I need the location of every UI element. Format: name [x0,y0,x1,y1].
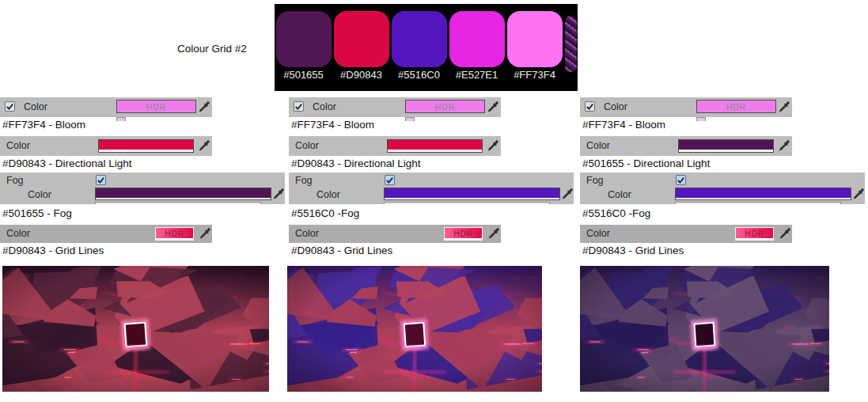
bloom-color-row: Color HDR [289,97,501,117]
directional-caption: #D90843 - Directional Light [2,157,132,169]
eyedropper-icon[interactable] [199,227,211,240]
swatch-hex-label: #FF73F4 [514,70,555,81]
game-screenshot-2 [287,266,542,392]
color-swatch-2 [334,11,389,67]
alpha-bar [388,150,482,152]
fog-caption: #5516C0 -Fog [582,207,650,219]
bloom-color-label: Color [24,101,47,112]
swatch-hex-label: #5516C0 [398,70,440,81]
bloom-color-label: Color [313,101,336,112]
directional-color-label: Color [586,140,610,151]
grid-lines-color-row: Color HDR [580,225,792,243]
fog-enabled-checkbox[interactable] [96,175,106,185]
game-screenshot-3 [580,266,829,392]
bloom-caption: #FF73F4 - Bloom [582,119,665,131]
palette-swatch-cell: #FF73F4 [506,11,563,81]
fog-row: Fog Color [289,173,574,204]
grid-lines-caption: #D90843 - Grid Lines [291,245,392,256]
eyedropper-icon[interactable] [779,227,791,240]
bloom-caption: #FF73F4 - Bloom [2,119,85,131]
bloom-enabled-checkbox[interactable] [585,101,595,112]
hdr-badge: HDR [146,102,167,112]
bloom-color-row: Color HDR [0,97,212,117]
directional-color-label: Color [295,140,319,151]
swatch-hex-label: #501655 [283,70,324,81]
fog-enabled-checkbox[interactable] [385,175,395,185]
bloom-enabled-checkbox[interactable] [294,101,304,112]
alpha-bar [679,150,773,152]
eyedropper-icon[interactable] [853,188,865,200]
palette-title: Colour Grid #2 [177,43,247,55]
bloom-hdr-color-field[interactable]: HDR [405,100,485,113]
grid-lines-color-row: Color HDR [0,225,212,243]
eyedropper-icon[interactable] [487,100,499,113]
alpha-bar [385,198,559,199]
grid-hdr-color-field[interactable]: HDR [444,227,483,241]
eyedropper-icon[interactable] [779,100,790,113]
bloom-caption: #FF73F4 - Bloom [291,119,374,131]
directional-caption: #D90843 - Directional Light [291,157,421,169]
grid-lines-caption: #D90843 - Grid Lines [582,245,684,256]
fog-color-label: Color [316,189,340,200]
grid-hdr-color-field[interactable]: HDR [735,227,774,241]
cropped-field-stub [405,117,415,121]
bloom-color-row: Color HDR [580,97,792,117]
cropped-field-stub [116,117,126,121]
alpha-bar [676,198,851,199]
alpha-bar [156,238,193,240]
directional-color-field[interactable] [678,139,774,153]
hdr-badge: HDR [726,102,747,112]
cropped-field-stub [696,117,706,121]
fog-color-label: Color [608,189,631,200]
fog-caption: #5516C0 -Fog [291,207,359,219]
hdr-badge: HDR [745,229,764,238]
directional-color-field[interactable] [98,139,194,153]
colour-grid-panel: #501655 #D90843 #5516C0 #E527E1 #FF73F4 [275,4,578,91]
grid-color-label: Color [295,228,319,239]
swatch-hex-label: #E527E1 [456,70,498,81]
fog-color-label: Color [28,189,51,200]
fog-color-field[interactable] [384,188,560,200]
eyedropper-icon[interactable] [199,139,210,152]
directional-light-color-row: Color [0,136,212,156]
bloom-hdr-color-field[interactable]: HDR [116,100,196,113]
collage-root: Colour Grid #2 #501655 #D90843 #5516C0 #… [0,0,868,402]
directional-light-color-row: Color [289,136,501,156]
color-swatch-1 [276,11,332,67]
bloom-hdr-color-field[interactable]: HDR [696,100,776,113]
hdr-badge: HDR [435,102,456,112]
eyedropper-icon[interactable] [488,227,500,240]
directional-color-field[interactable] [387,139,483,153]
fog-color-field[interactable] [675,188,851,200]
eyedropper-icon[interactable] [199,100,210,113]
grid-color-label: Color [6,228,30,239]
hdr-badge: HDR [453,229,473,238]
grid-color-label: Color [586,228,610,239]
cropped-field-stub [95,202,261,204]
fog-enabled-checkbox[interactable] [676,175,686,185]
eyedropper-icon[interactable] [487,139,499,152]
eyedropper-icon[interactable] [562,188,574,200]
cropped-field-stub [675,202,841,204]
fog-row: Fog Color [580,173,865,204]
fog-label: Fog [6,175,24,186]
color-swatch-3 [392,11,447,67]
alpha-bar [736,238,773,240]
swatch-hex-label: #D90843 [340,70,382,81]
fog-color-field[interactable] [95,188,271,200]
eyedropper-icon[interactable] [273,188,285,200]
hdr-badge: HDR [165,229,184,238]
directional-light-color-row: Color [580,136,792,156]
bloom-enabled-checkbox[interactable] [5,101,15,112]
grid-lines-caption: #D90843 - Grid Lines [2,245,104,256]
grid-hdr-color-field[interactable]: HDR [155,227,194,241]
eyedropper-icon[interactable] [779,139,790,152]
fog-caption: #501655 - Fog [2,207,72,219]
fog-label: Fog [586,175,604,186]
palette-swatch-cell: #5516C0 [390,11,448,81]
fog-label: Fog [295,175,313,186]
color-swatch-5 [507,11,563,67]
alpha-bar [445,238,482,240]
cropped-image-sliver [565,16,577,72]
palette-swatch-cell: #D90843 [332,11,390,81]
